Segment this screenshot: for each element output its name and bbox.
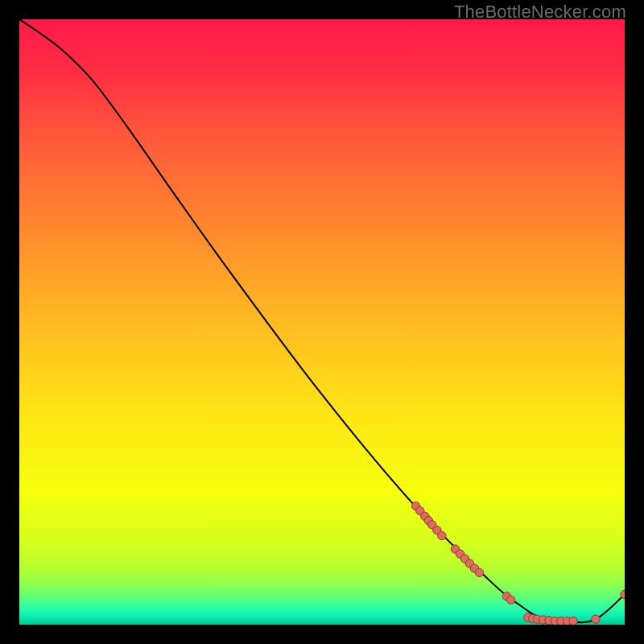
plot-area xyxy=(19,19,625,625)
chart-container: TheBottleNecker.com xyxy=(0,0,644,644)
bottleneck-curve-chart xyxy=(19,19,625,625)
data-marker xyxy=(475,568,483,576)
gradient-background xyxy=(19,19,625,625)
data-marker xyxy=(569,617,577,625)
data-marker xyxy=(506,596,514,604)
data-marker xyxy=(592,615,600,623)
data-marker xyxy=(438,531,446,539)
